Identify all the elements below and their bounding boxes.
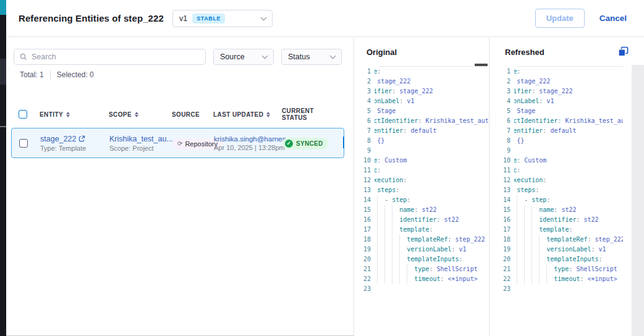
code-line: 5 type: Stage: [490, 106, 644, 116]
column-header-entity[interactable]: ENTITY: [40, 111, 109, 118]
line-number: 4: [490, 96, 514, 106]
code-line: 22 timeout: <+input>: [354, 274, 489, 284]
select-all-checkbox[interactable]: [19, 110, 27, 119]
code-line: 22 timeout: <+input>: [490, 274, 644, 284]
entity-type: Type: Template: [40, 145, 109, 152]
line-number: 9: [490, 146, 514, 156]
original-code-editor[interactable]: 1template:2 name: stage_2223 identifier:…: [354, 67, 489, 294]
line-number: 13: [354, 185, 375, 195]
column-header-source: SOURCE: [172, 111, 213, 118]
status-filter-dropdown[interactable]: Status: [281, 49, 342, 65]
filters-row: Source Status: [14, 49, 342, 65]
yaml-diff-area: Original 1template:2 name: stage_2223 id…: [354, 38, 644, 336]
external-link-icon[interactable]: [78, 135, 85, 142]
selected-count: Selected: 0: [57, 70, 94, 79]
line-number: 20: [354, 254, 375, 264]
line-number: 9: [354, 146, 375, 156]
code-line: 12 execution:: [354, 175, 489, 185]
row-checkbox[interactable]: [19, 139, 28, 148]
last-updated-cell: krishika.singh@harnes... Apr 10, 2025 | …: [214, 135, 282, 151]
original-panel: Original 1template:2 name: stage_2223 id…: [354, 38, 489, 336]
line-number: 18: [490, 235, 514, 245]
line-number: 17: [354, 225, 375, 235]
line-number: 11: [490, 166, 514, 175]
line-number: 6: [490, 116, 514, 126]
column-header-last-updated[interactable]: LAST UPDATED: [213, 111, 282, 118]
code-line: 23: [490, 284, 644, 294]
line-number: 7: [354, 126, 375, 136]
line-number: 18: [354, 235, 375, 245]
chevron-down-icon: [262, 53, 268, 59]
stable-badge: STABLE: [192, 14, 225, 23]
code-line: 1template:: [490, 67, 644, 77]
line-number: 13: [490, 185, 514, 195]
source-filter-label: Source: [220, 52, 245, 61]
update-button[interactable]: Update: [535, 9, 585, 28]
summary-divider: [50, 70, 51, 79]
line-number: 23: [354, 284, 375, 294]
line-number: 22: [490, 274, 514, 284]
repository-icon: ⟳: [177, 141, 182, 147]
code-line: 6 projectIdentifier: Krishika_test_aut: [354, 116, 489, 126]
copy-icon[interactable]: [618, 46, 629, 57]
cancel-button[interactable]: Cancel: [600, 14, 627, 23]
search-input[interactable]: [32, 52, 200, 61]
line-number: 17: [490, 225, 514, 235]
code-line: 7 orgIdentifier: default: [354, 126, 489, 136]
table-row[interactable]: stage_222 Type: Template Krishika_test_a…: [11, 128, 344, 158]
line-number: 1: [490, 67, 514, 77]
line-number: 2: [354, 77, 375, 86]
line-number: 5: [354, 106, 375, 116]
updated-by-link[interactable]: krishika.singh@harnes...: [214, 135, 292, 143]
source-cell: ⟳ Repository: [172, 137, 214, 149]
code-line: 15 name: st22: [490, 205, 644, 215]
code-line: 1template:: [354, 67, 489, 77]
background-divider: [0, 126, 6, 127]
code-line: 9 spec:: [354, 146, 489, 156]
column-header-scope[interactable]: SCOPE: [109, 111, 172, 118]
page-title: Referencing Entities of step_222: [19, 13, 164, 23]
referencing-entities-modal: Referencing Entities of step_222 v1 STAB…: [6, 0, 644, 336]
sort-icon: [135, 112, 138, 117]
line-number: 23: [490, 284, 514, 294]
chevron-down-icon: [261, 14, 267, 20]
code-line: 5 type: Stage: [354, 106, 489, 116]
code-line: 23: [354, 284, 489, 294]
line-number: 15: [354, 205, 375, 215]
status-badge: ✓ SYNCED: [282, 138, 328, 149]
code-line: 13 steps:: [490, 185, 644, 195]
code-line: 20 templateInputs:: [354, 254, 489, 264]
version-value: v1: [179, 14, 187, 23]
code-line: 4 versionLabel: v1: [490, 96, 644, 106]
line-number: 21: [490, 264, 514, 274]
code-line: 8 tags: {}: [354, 136, 489, 146]
code-line: 8 tags: {}: [490, 136, 644, 146]
background-nav-accent: [0, 0, 6, 15]
line-number: 8: [354, 136, 375, 146]
chevron-right-icon[interactable]: [343, 136, 344, 148]
line-number: 21: [354, 264, 375, 274]
entity-name-link[interactable]: stage_222: [40, 135, 76, 143]
status-cell: ✓ SYNCED: [282, 136, 339, 149]
code-line: 6 projectIdentifier: Krishika_test_aut: [490, 116, 644, 126]
code-line: 19 versionLabel: v1: [354, 245, 489, 254]
code-line: 4 versionLabel: v1: [354, 96, 489, 106]
line-number: 6: [354, 116, 375, 126]
code-line: 13 steps:: [354, 185, 489, 195]
source-filter-dropdown[interactable]: Source: [213, 49, 274, 65]
background-nav-item: [0, 59, 6, 85]
refreshed-code-editor[interactable]: 1template:2 name: stage_2223 identifier:…: [490, 67, 644, 294]
code-line: 20 templateInputs:: [490, 254, 644, 264]
line-number: 19: [354, 245, 375, 254]
line-number: 22: [354, 274, 375, 284]
code-line: 3 identifier: stage_222: [490, 86, 644, 96]
version-select[interactable]: v1 STABLE: [172, 10, 273, 27]
line-number: 19: [490, 245, 514, 254]
code-line: 14 - step:: [354, 195, 489, 205]
code-line: 11 spec:: [490, 166, 644, 175]
refreshed-panel: Refreshed 1template:2 name: stage_2223 i…: [490, 38, 644, 336]
line-number: 12: [490, 175, 514, 185]
code-line: 15 name: st22: [354, 205, 489, 215]
line-number: 4: [354, 96, 375, 106]
scope-name-link[interactable]: Krishika_test_au...: [109, 135, 173, 143]
